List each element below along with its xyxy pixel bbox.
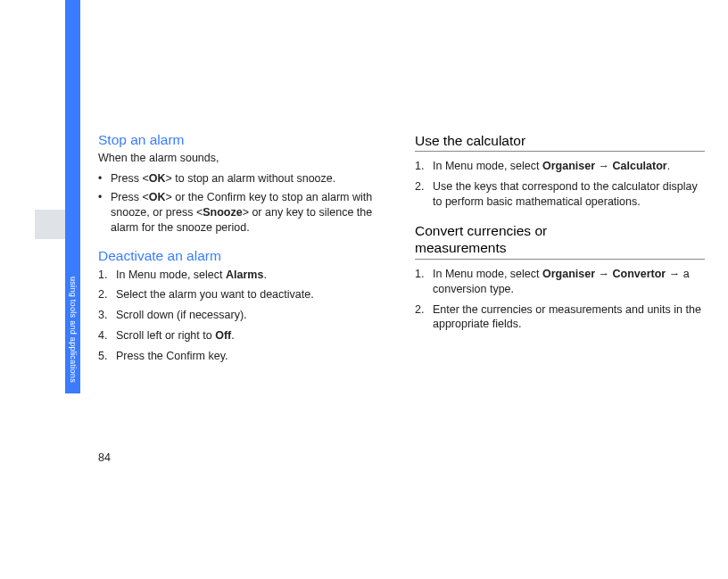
bold-convertor: Convertor — [613, 268, 666, 280]
step-item: Scroll left or right to Off. — [98, 328, 388, 343]
bold-organiser: Organiser — [542, 268, 595, 280]
text: Scroll left or right to — [116, 329, 215, 342]
heading-rule — [415, 151, 705, 152]
heading-stop-alarm: Stop an alarm — [98, 132, 388, 148]
arrow-icon: → — [595, 160, 612, 172]
step-item: Enter the currencies or measurements and… — [415, 302, 705, 333]
page-number: 84 — [98, 451, 111, 464]
page-content: Stop an alarm When the alarm sounds, Pre… — [98, 132, 705, 376]
bold-calculator: Calculator — [613, 160, 667, 172]
step-item: In Menu mode, select Alarms. — [98, 268, 388, 283]
step-item: In Menu mode, select Organiser → Convert… — [415, 267, 705, 297]
bold-ok: OK — [149, 172, 166, 185]
step-item: Press the Confirm key. — [98, 349, 388, 364]
text: Scroll down (if necessary). — [116, 309, 247, 321]
heading-convert-line1: Convert currencies or — [415, 223, 547, 238]
bold-ok: OK — [149, 191, 166, 203]
bullet-item: Press <OK> or the Confirm key to stop an… — [98, 190, 388, 236]
text: . — [231, 329, 234, 342]
left-column: Stop an alarm When the alarm sounds, Pre… — [98, 132, 388, 376]
intro-stop-alarm: When the alarm sounds, — [98, 152, 388, 164]
text: Use the keys that correspond to the calc… — [433, 180, 698, 208]
steps-deactivate-alarm: In Menu mode, select Alarms. Select the … — [98, 268, 388, 364]
heading-convert: Convert currencies or measurements — [415, 222, 705, 257]
bold-organiser: Organiser — [542, 160, 595, 172]
heading-deactivate-alarm: Deactivate an alarm — [98, 248, 388, 264]
bullet-item: Press <OK> to stop an alarm without snoo… — [98, 171, 388, 186]
text: Press the Confirm key. — [116, 350, 228, 362]
right-column: Use the calculator In Menu mode, select … — [415, 132, 705, 376]
text: Press < — [111, 191, 149, 203]
text: In Menu mode, select — [433, 160, 542, 172]
step-item: Select the alarm you want to deactivate. — [98, 287, 388, 302]
text: > to stop an alarm without snooze. — [165, 172, 335, 185]
text: Select the alarm you want to deactivate. — [116, 288, 314, 301]
bullets-stop-alarm: Press <OK> to stop an alarm without snoo… — [98, 171, 388, 236]
bold-snooze: Snooze — [203, 206, 242, 219]
bold-alarms: Alarms — [226, 269, 263, 281]
arrow-icon: → — [595, 268, 612, 280]
side-tab-stub — [35, 210, 65, 239]
text: Press < — [111, 172, 149, 185]
heading-use-calculator: Use the calculator — [415, 132, 705, 149]
text: In Menu mode, select — [433, 268, 542, 280]
text: . — [667, 160, 670, 172]
steps-convert: In Menu mode, select Organiser → Convert… — [415, 267, 705, 333]
steps-use-calculator: In Menu mode, select Organiser → Calcula… — [415, 159, 705, 210]
step-item: Use the keys that correspond to the calc… — [415, 179, 705, 210]
bold-off: Off — [215, 329, 231, 342]
heading-convert-line2: measurements — [415, 240, 507, 255]
step-item: In Menu mode, select Organiser → Calcula… — [415, 159, 705, 174]
text: . — [263, 269, 266, 281]
heading-rule — [415, 259, 705, 260]
text: In Menu mode, select — [116, 269, 226, 281]
step-item: Scroll down (if necessary). — [98, 308, 388, 323]
side-tab-label: using tools and applications — [65, 0, 80, 393]
text: Enter the currencies or measurements and… — [433, 303, 701, 331]
